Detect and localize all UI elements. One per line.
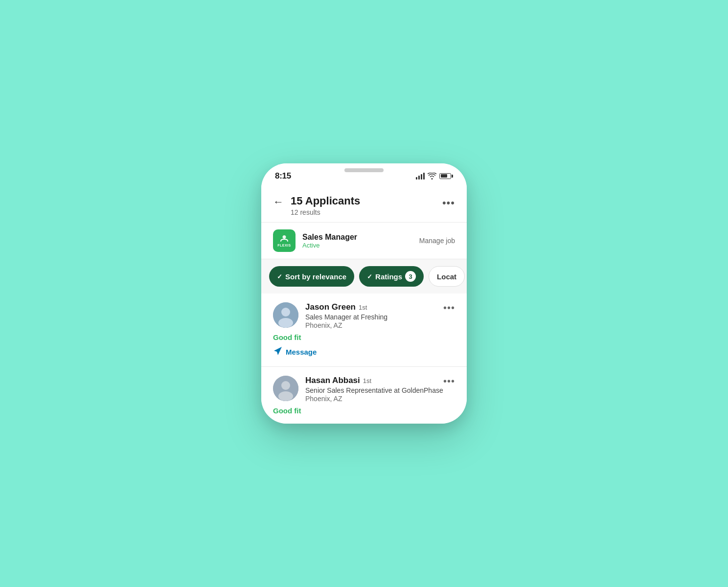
applicant-item: Jason Green 1st Sales Manager at Freshin… [261, 294, 467, 366]
connection-badge: 1st [359, 304, 367, 311]
sort-relevance-label: Sort by relevance [285, 272, 346, 281]
message-label: Message [286, 348, 317, 356]
location-filter[interactable]: Locat [429, 266, 465, 287]
applicant-more-button[interactable]: ••• [443, 302, 455, 314]
check-icon-ratings: ✓ [367, 273, 372, 280]
page-title: 15 Applicants [291, 195, 360, 207]
phone-frame: 8:15 [261, 163, 467, 424]
notch [332, 163, 396, 178]
filter-bar: ✓ Sort by relevance ✓ Ratings 3 Locat [261, 259, 467, 294]
applicant-more-button[interactable]: ••• [443, 376, 455, 387]
signal-icon [416, 173, 425, 180]
applicant-list: Jason Green 1st Sales Manager at Freshin… [261, 294, 467, 424]
company-logo: FLEXIS [273, 229, 296, 252]
svg-point-1 [281, 308, 290, 316]
ratings-filter[interactable]: ✓ Ratings 3 [359, 266, 424, 287]
job-status: Active [302, 242, 357, 249]
check-icon: ✓ [277, 273, 282, 280]
svg-point-5 [278, 391, 293, 401]
sort-relevance-filter[interactable]: ✓ Sort by relevance [269, 266, 354, 287]
job-card: FLEXIS Sales Manager Active Manage job [261, 223, 467, 259]
applicant-name: Hasan Abbasi [305, 376, 360, 385]
notch-pill [344, 168, 384, 172]
message-button[interactable]: Message [273, 346, 317, 358]
svg-point-2 [278, 318, 293, 328]
connection-badge: 1st [363, 377, 371, 384]
status-time: 8:15 [275, 171, 291, 181]
results-count: 12 results [291, 208, 360, 216]
applicant-role: Sales Manager at Freshing [305, 313, 387, 321]
location-label: Locat [437, 272, 456, 281]
applicant-location: Phoenix, AZ [305, 395, 443, 403]
applicant-info: Hasan Abbasi 1st Senior Sales Representa… [305, 376, 443, 403]
svg-point-4 [281, 381, 290, 390]
fit-label: Good fit [273, 333, 455, 341]
company-name-logo: FLEXIS [277, 244, 291, 247]
status-icons [416, 173, 453, 180]
applicant-role: Senior Sales Representative at GoldenPha… [305, 386, 443, 394]
avatar [273, 376, 298, 401]
wifi-icon [428, 173, 436, 180]
applicant-item: Hasan Abbasi 1st Senior Sales Representa… [261, 367, 467, 424]
applicant-location: Phoenix, AZ [305, 321, 387, 329]
job-title: Sales Manager [302, 233, 357, 242]
back-button[interactable]: ← [273, 196, 284, 208]
manage-job-button[interactable]: Manage job [419, 237, 455, 245]
battery-icon [439, 173, 453, 179]
applicant-name: Jason Green [305, 302, 356, 312]
avatar [273, 302, 298, 328]
ratings-label: Ratings [375, 272, 402, 281]
page-header: ← 15 Applicants 12 results ••• [261, 185, 467, 222]
applicant-info: Jason Green 1st Sales Manager at Freshin… [305, 302, 387, 329]
more-menu-button[interactable]: ••• [442, 197, 455, 209]
message-icon [273, 346, 283, 358]
ratings-badge: 3 [405, 271, 416, 282]
fit-label: Good fit [273, 406, 455, 415]
